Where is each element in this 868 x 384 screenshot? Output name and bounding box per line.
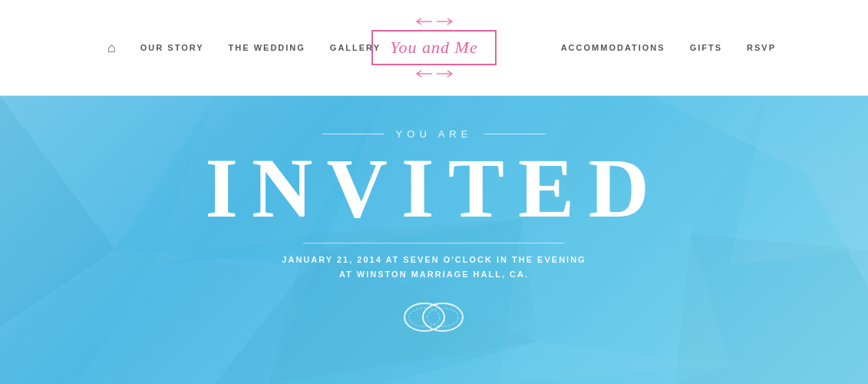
logo-box: You and Me xyxy=(371,30,496,65)
nav-left: ⌂ Our Story The Wedding Gallery xyxy=(107,40,381,56)
hero-content: You Are Invited January 21, 2014 At Seve… xyxy=(205,128,663,336)
event-date-text: January 21, 2014 At Seven O'Clock In The… xyxy=(282,253,586,281)
nav-right: Accommodations Gifts RSVP xyxy=(561,43,776,52)
you-are-line: You Are xyxy=(322,128,546,140)
invited-heading: Invited xyxy=(205,146,663,230)
nav-accommodations[interactable]: Accommodations xyxy=(561,43,665,52)
home-icon[interactable]: ⌂ xyxy=(107,40,116,56)
nav-rsvp[interactable]: RSVP xyxy=(747,43,776,52)
line-left xyxy=(322,134,384,134)
you-are-text: You Are xyxy=(396,128,473,140)
arrows-bottom-decoration xyxy=(415,68,454,79)
svg-point-20 xyxy=(423,303,463,331)
site-header: ⌂ Our Story The Wedding Gallery You and … xyxy=(0,0,868,96)
hero-section: You Are Invited January 21, 2014 At Seve… xyxy=(0,96,868,384)
svg-point-19 xyxy=(404,303,444,331)
logo-text: You and Me xyxy=(390,38,477,57)
date-line2: At Winston Marriage Hall, CA. xyxy=(339,270,529,279)
ornament-rings xyxy=(395,298,472,336)
arrows-top-decoration xyxy=(415,16,454,27)
nav-the-wedding[interactable]: The Wedding xyxy=(229,43,305,52)
nav-gifts[interactable]: Gifts xyxy=(690,43,722,52)
date-line1: January 21, 2014 At Seven O'Clock In The… xyxy=(282,255,586,264)
site-logo[interactable]: You and Me xyxy=(371,16,496,79)
nav-our-story[interactable]: Our Story xyxy=(140,43,204,52)
line-right xyxy=(484,134,546,134)
svg-marker-13 xyxy=(675,234,868,384)
date-divider xyxy=(303,243,564,243)
